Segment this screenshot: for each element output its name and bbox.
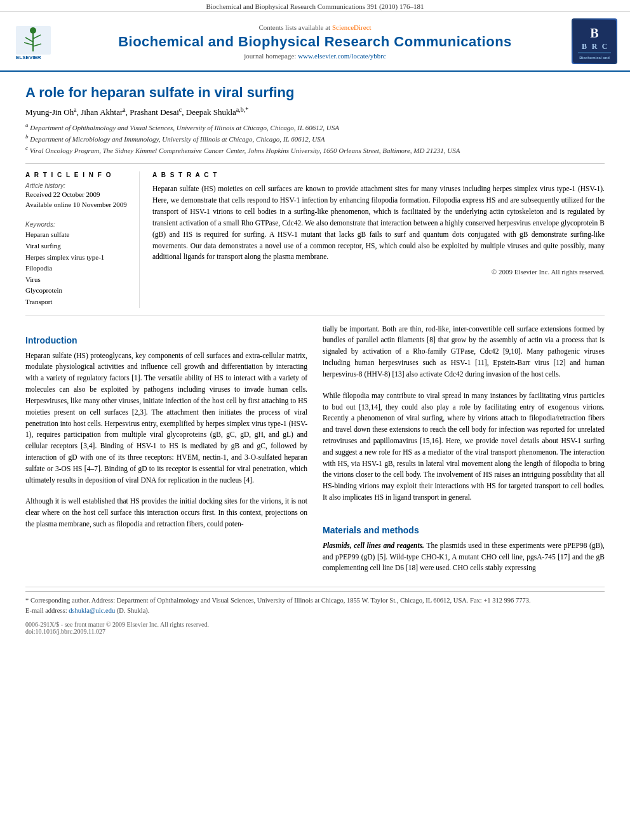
email-link[interactable]: dshukla@uic.edu <box>69 607 115 614</box>
abstract-label: A B S T R A C T <box>152 171 605 178</box>
affiliation-a: a Department of Ophthalmology and Visual… <box>25 121 605 133</box>
abstract-panel: A B S T R A C T Heparan sulfate (HS) moi… <box>152 171 605 307</box>
elsevier-logo: ELSEVIER <box>13 20 64 63</box>
body-col-left: Introduction Heparan sulfate (HS) proteo… <box>25 324 307 575</box>
intro-para-2: Although it is well established that HS … <box>25 496 307 530</box>
doi-bar: 0006-291X/$ - see front matter © 2009 El… <box>25 621 605 641</box>
history-label: Article history: <box>25 182 130 189</box>
email-person: (D. Shukla). <box>117 607 150 614</box>
materials-methods-title: Materials and methods <box>323 525 605 535</box>
corresponding-footnote: * Corresponding author. Address: Departm… <box>25 596 605 606</box>
svg-text:ELSEVIER: ELSEVIER <box>16 55 41 60</box>
svg-text:B: B <box>590 26 598 40</box>
keyword-6: Glycoprotein <box>25 285 130 297</box>
svg-text:Biochemical and: Biochemical and <box>579 56 610 60</box>
article-info-grid: A R T I C L E I N F O Article history: R… <box>25 171 605 307</box>
affiliation-b: b Department of Microbiology and Immunol… <box>25 133 605 144</box>
doi-line: doi:10.1016/j.bbrc.2009.11.027 <box>25 628 605 635</box>
svg-point-6 <box>30 27 36 34</box>
author-akhtar: Jihan Akhtar <box>81 107 123 117</box>
abstract-text: Heparan sulfate (HS) moieties on cell su… <box>152 183 605 263</box>
email-footnote: E-mail address: dshukla@uic.edu (D. Shuk… <box>25 606 605 616</box>
footnote-area: * Corresponding author. Address: Departm… <box>25 587 605 616</box>
journal-citation: Biochemical and Biophysical Research Com… <box>206 3 424 10</box>
homepage-link[interactable]: www.elsevier.com/locate/ybbrc <box>298 52 386 60</box>
bbrc-logo: B B R C Biochemical and <box>566 18 617 64</box>
body-two-col: Introduction Heparan sulfate (HS) proteo… <box>25 324 605 575</box>
authors-line: Myung-Jin Oha, Jihan Akhtara, Prashant D… <box>25 106 605 117</box>
article-info-panel: A R T I C L E I N F O Article history: R… <box>25 171 140 307</box>
copyright-line: © 2009 Elsevier Inc. All rights reserved… <box>152 268 605 276</box>
introduction-title: Introduction <box>25 335 307 345</box>
affiliation-c: c Viral Oncology Program, The Sidney Kim… <box>25 144 605 156</box>
svg-text:B: B <box>582 42 587 51</box>
svg-text:R: R <box>592 42 598 51</box>
journal-citation-bar: Biochemical and Biophysical Research Com… <box>0 0 630 12</box>
journal-header: ELSEVIER Contents lists available at Sci… <box>0 12 630 72</box>
intro-para-4: While filopodia may contribute to viral … <box>323 390 605 503</box>
article-title: A role for heparan sulfate in viral surf… <box>25 84 605 101</box>
author-shukla: Deepak Shukla <box>186 107 236 117</box>
keyword-1: Heparan sulfate <box>25 229 130 241</box>
plasmids-subsection-label: Plasmids, cell lines and reagents. <box>323 542 424 549</box>
separator-2 <box>25 316 605 316</box>
article-info-section-label: A R T I C L E I N F O <box>25 171 130 178</box>
elsevier-logo-svg: ELSEVIER <box>13 20 64 61</box>
intro-para-1: Heparan sulfate (HS) proteoglycans, key … <box>25 350 307 486</box>
author-oh: Myung-Jin Oh <box>25 107 74 117</box>
body-col-right: tially be important. Both are thin, rod-… <box>323 324 605 575</box>
keywords-label: Keywords: <box>25 221 130 228</box>
separator-1 <box>25 163 605 164</box>
author-desai: Prashant Desai <box>130 107 179 117</box>
journal-title: Biochemical and Biophysical Research Com… <box>64 34 566 50</box>
received-date: Received 22 October 2009 <box>25 190 130 198</box>
svg-text:C: C <box>602 42 608 51</box>
bbrc-box: B B R C Biochemical and <box>572 18 617 64</box>
sciencedirect-link[interactable]: ScienceDirect <box>332 23 372 31</box>
journal-homepage: journal homepage: www.elsevier.com/locat… <box>64 52 566 60</box>
issn-line: 0006-291X/$ - see front matter © 2009 El… <box>25 621 605 628</box>
keyword-3: Herpes simplex virus type-1 <box>25 252 130 263</box>
intro-para-3: tially be important. Both are thin, rod-… <box>323 324 605 380</box>
available-date: Available online 10 November 2009 <box>25 201 130 208</box>
affiliations: a Department of Ophthalmology and Visual… <box>25 121 605 156</box>
email-label: E-mail address: <box>25 607 69 614</box>
keyword-7: Transport <box>25 297 130 308</box>
keyword-4: Filopodia <box>25 263 130 274</box>
materials-para-1: Plasmids, cell lines and reagents. The p… <box>323 540 605 574</box>
article-body: A role for heparan sulfate in viral surf… <box>0 84 630 641</box>
keyword-5: Virus <box>25 274 130 286</box>
keyword-2: Viral surfing <box>25 241 130 252</box>
sciencedirect-line: Contents lists available at ScienceDirec… <box>64 23 566 31</box>
bbrc-logo-svg: B B R C Biochemical and <box>573 20 616 63</box>
journal-header-center: Contents lists available at ScienceDirec… <box>64 23 566 60</box>
keywords-list: Heparan sulfate Viral surfing Herpes sim… <box>25 229 130 307</box>
